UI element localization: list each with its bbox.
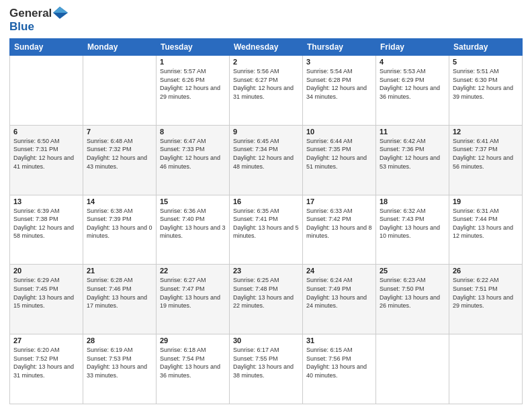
calendar-day-cell: 31 Sunrise: 6:15 AMSunset: 7:56 PMDaylig… bbox=[303, 334, 376, 404]
day-number: 18 bbox=[380, 197, 445, 205]
calendar-body: 1 Sunrise: 5:57 AMSunset: 6:26 PMDayligh… bbox=[10, 56, 523, 404]
day-number: 12 bbox=[453, 128, 519, 136]
day-info: Sunrise: 6:27 AMSunset: 7:47 PMDaylight:… bbox=[160, 276, 226, 310]
day-number: 29 bbox=[160, 336, 226, 345]
calendar-day-cell: 13 Sunrise: 6:39 AMSunset: 7:38 PMDaylig… bbox=[10, 195, 83, 265]
calendar-day-cell bbox=[83, 56, 157, 126]
day-info: Sunrise: 6:39 AMSunset: 7:38 PMDaylight:… bbox=[13, 207, 79, 240]
day-number: 21 bbox=[87, 267, 152, 275]
day-number: 28 bbox=[87, 336, 152, 345]
day-number: 7 bbox=[87, 128, 152, 136]
calendar-day-cell: 25 Sunrise: 6:23 AMSunset: 7:50 PMDaylig… bbox=[376, 265, 449, 334]
calendar-day-cell: 26 Sunrise: 6:22 AMSunset: 7:51 PMDaylig… bbox=[449, 265, 523, 334]
logo-general: General bbox=[9, 7, 52, 20]
day-number: 25 bbox=[380, 267, 445, 275]
calendar-week-row: 20 Sunrise: 6:29 AMSunset: 7:45 PMDaylig… bbox=[10, 265, 523, 334]
day-number: 14 bbox=[87, 197, 152, 205]
calendar-day-cell: 24 Sunrise: 6:24 AMSunset: 7:49 PMDaylig… bbox=[303, 265, 376, 334]
calendar-day-cell: 3 Sunrise: 5:54 AMSunset: 6:28 PMDayligh… bbox=[303, 56, 376, 126]
svg-marker-1 bbox=[53, 7, 68, 13]
calendar-day-header: Thursday bbox=[303, 39, 376, 56]
calendar-day-cell bbox=[376, 334, 449, 404]
calendar-day-cell: 22 Sunrise: 6:27 AMSunset: 7:47 PMDaylig… bbox=[157, 265, 230, 334]
day-number: 26 bbox=[453, 267, 519, 275]
day-info: Sunrise: 6:50 AMSunset: 7:31 PMDaylight:… bbox=[13, 137, 79, 171]
day-info: Sunrise: 6:44 AMSunset: 7:35 PMDaylight:… bbox=[306, 137, 372, 171]
calendar-day-header: Friday bbox=[376, 39, 449, 56]
calendar-day-cell: 21 Sunrise: 6:28 AMSunset: 7:46 PMDaylig… bbox=[83, 265, 157, 334]
calendar-day-cell: 27 Sunrise: 6:20 AMSunset: 7:52 PMDaylig… bbox=[10, 334, 83, 404]
calendar-day-header: Sunday bbox=[10, 39, 83, 56]
day-number: 30 bbox=[233, 336, 299, 345]
calendar-day-cell: 11 Sunrise: 6:42 AMSunset: 7:36 PMDaylig… bbox=[376, 125, 449, 195]
day-info: Sunrise: 6:42 AMSunset: 7:36 PMDaylight:… bbox=[380, 137, 445, 171]
calendar-day-cell: 1 Sunrise: 5:57 AMSunset: 6:26 PMDayligh… bbox=[157, 56, 230, 126]
day-info: Sunrise: 6:23 AMSunset: 7:50 PMDaylight:… bbox=[380, 276, 445, 310]
day-info: Sunrise: 6:32 AMSunset: 7:43 PMDaylight:… bbox=[380, 207, 445, 240]
day-number: 11 bbox=[380, 128, 445, 136]
calendar-day-cell: 28 Sunrise: 6:19 AMSunset: 7:53 PMDaylig… bbox=[83, 334, 157, 404]
calendar-day-header: Tuesday bbox=[157, 39, 230, 56]
calendar-week-row: 27 Sunrise: 6:20 AMSunset: 7:52 PMDaylig… bbox=[10, 334, 523, 404]
day-info: Sunrise: 6:48 AMSunset: 7:32 PMDaylight:… bbox=[87, 137, 152, 171]
day-info: Sunrise: 6:33 AMSunset: 7:42 PMDaylight:… bbox=[306, 207, 372, 240]
calendar-day-cell bbox=[10, 56, 83, 126]
day-info: Sunrise: 6:41 AMSunset: 7:37 PMDaylight:… bbox=[453, 137, 519, 171]
calendar-day-cell: 7 Sunrise: 6:48 AMSunset: 7:32 PMDayligh… bbox=[83, 125, 157, 195]
calendar-day-cell: 23 Sunrise: 6:25 AMSunset: 7:48 PMDaylig… bbox=[230, 265, 303, 334]
calendar-day-cell bbox=[449, 334, 523, 404]
day-info: Sunrise: 5:51 AMSunset: 6:30 PMDaylight:… bbox=[453, 67, 519, 101]
day-number: 31 bbox=[306, 336, 372, 345]
calendar-day-cell: 14 Sunrise: 6:38 AMSunset: 7:39 PMDaylig… bbox=[83, 195, 157, 265]
day-info: Sunrise: 5:56 AMSunset: 6:27 PMDaylight:… bbox=[233, 67, 299, 101]
calendar-day-cell: 12 Sunrise: 6:41 AMSunset: 7:37 PMDaylig… bbox=[449, 125, 523, 195]
calendar-day-cell: 9 Sunrise: 6:45 AMSunset: 7:34 PMDayligh… bbox=[230, 125, 303, 195]
calendar-day-cell: 17 Sunrise: 6:33 AMSunset: 7:42 PMDaylig… bbox=[303, 195, 376, 265]
calendar-week-row: 13 Sunrise: 6:39 AMSunset: 7:38 PMDaylig… bbox=[10, 195, 523, 265]
day-number: 23 bbox=[233, 267, 299, 275]
calendar-table: SundayMondayTuesdayWednesdayThursdayFrid… bbox=[9, 38, 523, 404]
day-number: 10 bbox=[306, 128, 372, 136]
logo: General Blue bbox=[9, 7, 68, 33]
logo-bird-icon bbox=[53, 7, 68, 19]
day-number: 20 bbox=[13, 267, 79, 275]
day-info: Sunrise: 6:22 AMSunset: 7:51 PMDaylight:… bbox=[453, 276, 519, 310]
day-number: 27 bbox=[13, 336, 79, 345]
day-info: Sunrise: 6:28 AMSunset: 7:46 PMDaylight:… bbox=[87, 276, 152, 310]
day-info: Sunrise: 6:24 AMSunset: 7:49 PMDaylight:… bbox=[306, 276, 372, 310]
day-number: 13 bbox=[13, 197, 79, 205]
day-number: 24 bbox=[306, 267, 372, 275]
day-number: 4 bbox=[380, 58, 445, 66]
calendar-day-cell: 18 Sunrise: 6:32 AMSunset: 7:43 PMDaylig… bbox=[376, 195, 449, 265]
calendar-day-header: Saturday bbox=[449, 39, 523, 56]
day-info: Sunrise: 6:31 AMSunset: 7:44 PMDaylight:… bbox=[453, 207, 519, 240]
day-number: 8 bbox=[160, 128, 226, 136]
day-info: Sunrise: 6:38 AMSunset: 7:39 PMDaylight:… bbox=[87, 207, 152, 240]
header: General Blue bbox=[9, 7, 523, 33]
day-info: Sunrise: 6:15 AMSunset: 7:56 PMDaylight:… bbox=[306, 346, 372, 379]
day-info: Sunrise: 5:53 AMSunset: 6:29 PMDaylight:… bbox=[380, 67, 445, 101]
calendar-week-row: 1 Sunrise: 5:57 AMSunset: 6:26 PMDayligh… bbox=[10, 56, 523, 126]
logo-blue: Blue bbox=[9, 20, 68, 34]
day-info: Sunrise: 6:29 AMSunset: 7:45 PMDaylight:… bbox=[13, 276, 79, 310]
page: General Blue SundayMondayTuesdayWednesda… bbox=[0, 0, 532, 411]
day-info: Sunrise: 6:19 AMSunset: 7:53 PMDaylight:… bbox=[87, 346, 152, 379]
calendar-day-header: Wednesday bbox=[230, 39, 303, 56]
day-number: 2 bbox=[233, 58, 299, 66]
calendar-day-cell: 29 Sunrise: 6:18 AMSunset: 7:54 PMDaylig… bbox=[157, 334, 230, 404]
day-info: Sunrise: 6:25 AMSunset: 7:48 PMDaylight:… bbox=[233, 276, 299, 310]
calendar-day-cell: 6 Sunrise: 6:50 AMSunset: 7:31 PMDayligh… bbox=[10, 125, 83, 195]
day-number: 16 bbox=[233, 197, 299, 205]
calendar-day-header: Monday bbox=[83, 39, 157, 56]
calendar-day-cell: 2 Sunrise: 5:56 AMSunset: 6:27 PMDayligh… bbox=[230, 56, 303, 126]
day-info: Sunrise: 6:20 AMSunset: 7:52 PMDaylight:… bbox=[13, 346, 79, 379]
day-number: 6 bbox=[13, 128, 79, 136]
calendar-day-cell: 4 Sunrise: 5:53 AMSunset: 6:29 PMDayligh… bbox=[376, 56, 449, 126]
day-info: Sunrise: 6:18 AMSunset: 7:54 PMDaylight:… bbox=[160, 346, 226, 379]
day-number: 22 bbox=[160, 267, 226, 275]
day-info: Sunrise: 6:45 AMSunset: 7:34 PMDaylight:… bbox=[233, 137, 299, 171]
calendar-day-cell: 20 Sunrise: 6:29 AMSunset: 7:45 PMDaylig… bbox=[10, 265, 83, 334]
calendar-day-cell: 15 Sunrise: 6:36 AMSunset: 7:40 PMDaylig… bbox=[157, 195, 230, 265]
logo-container: General Blue bbox=[9, 7, 68, 33]
day-number: 9 bbox=[233, 128, 299, 136]
